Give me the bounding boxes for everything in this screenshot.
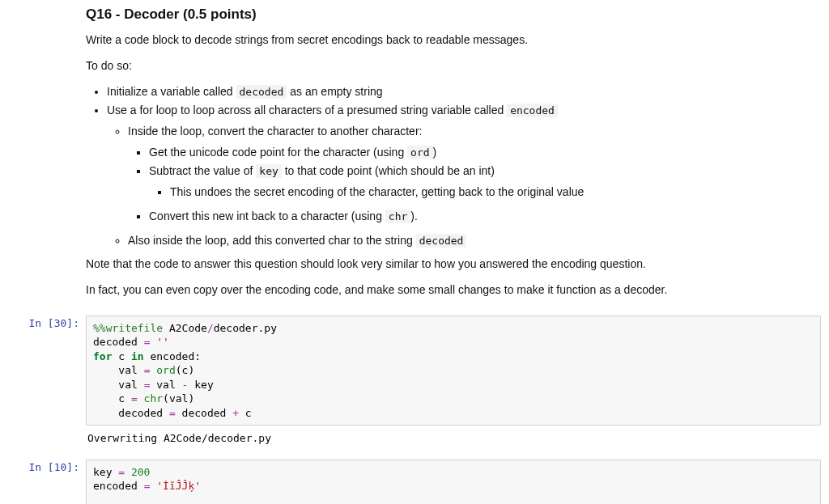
text: to that code point (which should be an i…: [282, 164, 495, 177]
list-item: Use a for loop to loop across all charac…: [107, 102, 821, 249]
tok: in: [131, 350, 144, 362]
code-literal: key: [256, 164, 281, 178]
tok: c: [112, 350, 130, 362]
tok: =: [131, 392, 138, 404]
tok: key: [188, 379, 213, 391]
tok: c: [93, 392, 131, 404]
text: Use a for loop to loop across all charac…: [107, 104, 507, 116]
prompt-spacer: [8, 0, 86, 311]
tok: (c): [176, 364, 194, 376]
text: Convert this new int back to a character…: [149, 210, 385, 222]
tok: +: [232, 407, 239, 419]
tok: '': [150, 336, 168, 348]
jupyter-notebook: Q16 - Decoder (0.5 points) Write a code …: [0, 0, 829, 504]
tok: %%writefile: [93, 322, 163, 334]
todo-label: To do so:: [86, 57, 821, 75]
tok: chr: [138, 392, 163, 404]
text: Also inside the loop, add this converted…: [128, 234, 416, 247]
text: Get the unicode code point for the chara…: [149, 146, 407, 159]
code-literal: decoded: [236, 85, 287, 99]
tok: key: [93, 466, 118, 478]
markdown-cell: Q16 - Decoder (0.5 points) Write a code …: [8, 0, 821, 311]
input-prompt: In [30]:: [8, 311, 86, 455]
text: Initialize a variable called: [107, 85, 236, 98]
text: ).: [410, 210, 418, 222]
tok: c: [239, 407, 252, 419]
list-item: Subtract the value of key to that code p…: [149, 163, 821, 201]
tok: decoder.py: [214, 322, 277, 334]
tok: ord: [150, 364, 175, 376]
tok: encoded:: [144, 350, 201, 362]
tok: =: [169, 407, 176, 419]
tok: (val): [163, 392, 194, 404]
code-literal: ord: [407, 146, 432, 159]
code-cell-body: key = 200 encoded = 'İĭĴĴķ' %run -i ./A2…: [86, 455, 821, 504]
list-item: Convert this new int back to a character…: [149, 208, 821, 226]
list-item: Inside the loop, convert the character t…: [128, 123, 821, 225]
tok: val: [93, 379, 144, 391]
sublist: This undoes the secret encoding of the c…: [149, 184, 821, 201]
list-item: Also inside the loop, add this converted…: [128, 232, 821, 250]
input-prompt: In [10]:: [8, 455, 86, 504]
tok: decoded: [93, 336, 144, 348]
tok: val: [93, 364, 144, 376]
code-literal: decoded: [416, 234, 467, 248]
code-cell: In [10]: key = 200 encoded = 'İĭĴĴķ' %ru…: [8, 455, 821, 504]
list-item: This undoes the secret encoding of the c…: [170, 184, 821, 201]
code-input-area[interactable]: key = 200 encoded = 'İĭĴĴķ' %run -i ./A2…: [86, 460, 821, 504]
code-cell: In [30]: %%writefile A2Code/decoder.py d…: [8, 311, 821, 455]
sublist: Get the unicode code point for the chara…: [128, 144, 821, 226]
tok: =: [118, 466, 125, 478]
tok: 'İĭĴĴķ': [150, 480, 201, 492]
text: Subtract the value of: [149, 164, 256, 177]
tok: A2Code: [163, 322, 207, 334]
tok: for: [93, 350, 112, 362]
code-literal: chr: [385, 210, 410, 223]
tok: encoded: [93, 480, 144, 492]
list-item: Get the unicode code point for the chara…: [149, 144, 821, 162]
markdown-body: Q16 - Decoder (0.5 points) Write a code …: [86, 0, 821, 311]
tok: decoded: [176, 407, 232, 419]
code-input-area[interactable]: %%writefile A2Code/decoder.py decoded = …: [86, 316, 821, 426]
tok: 200: [125, 466, 150, 478]
code-output: Overwriting A2Code/decoder.py: [86, 426, 821, 451]
list-item: Initialize a variable called decoded as …: [107, 83, 821, 101]
tok: decoded: [93, 407, 169, 419]
code-literal: encoded: [507, 104, 558, 117]
instruction-list: Initialize a variable called decoded as …: [86, 83, 821, 250]
code-cell-body: %%writefile A2Code/decoder.py decoded = …: [86, 311, 821, 455]
hint-paragraph: In fact, you can even copy over the enco…: [86, 282, 821, 299]
question-heading: Q16 - Decoder (0.5 points): [86, 4, 821, 25]
text: as an empty string: [287, 85, 382, 98]
text: ): [433, 146, 437, 159]
intro-paragraph: Write a code block to decode strings fro…: [86, 32, 821, 49]
tok: val: [150, 379, 181, 391]
text: Inside the loop, convert the character t…: [128, 125, 422, 138]
tok: /: [207, 322, 214, 334]
sublist: Inside the loop, convert the character t…: [107, 123, 821, 249]
note-paragraph: Note that the code to answer this questi…: [86, 256, 821, 273]
